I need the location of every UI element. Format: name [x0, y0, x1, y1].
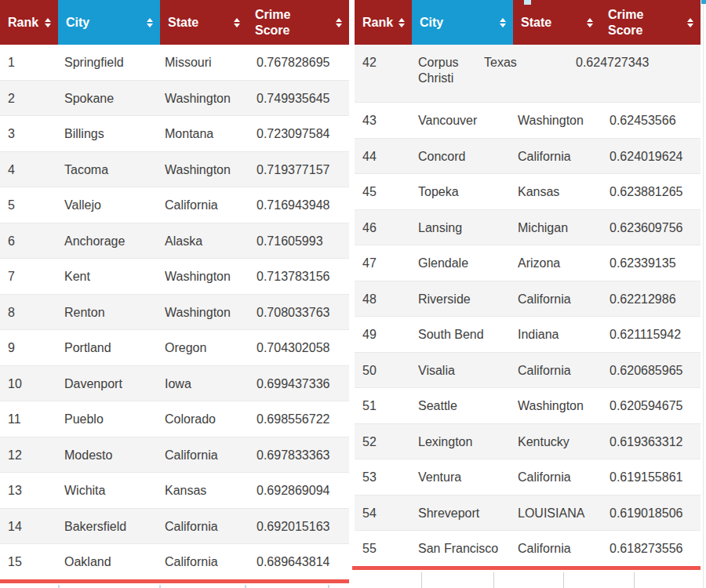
state-cell: Missouri: [160, 45, 247, 80]
right-edge-line: [703, 0, 704, 588]
rank-cell: 11: [0, 401, 58, 437]
column-tick: [328, 585, 329, 588]
red-underline-right: [352, 566, 701, 570]
crime-score-cell: 0.704302058: [247, 330, 349, 365]
state-cell: Washington: [160, 152, 247, 187]
rank-cell: 9: [0, 330, 58, 365]
column-header-crime-score[interactable]: Crime Score: [600, 0, 701, 45]
table-row: 13 Wichita Kansas 0.692869094: [0, 473, 349, 509]
crime-score-cell: 0.692015163: [247, 509, 349, 544]
rank-cell: 7: [0, 259, 58, 294]
rank-cell: 51: [355, 388, 412, 423]
city-cell: Davenport: [58, 366, 160, 401]
crime-score-cell: 0.62212986: [600, 281, 701, 317]
table-row: 10 Davenport Iowa 0.699437336: [0, 366, 349, 402]
table-row: 47 Glendale Arizona 0.62339135: [355, 245, 701, 281]
crime-score-cell: 0.708033763: [247, 295, 349, 330]
rank-cell: 48: [355, 281, 412, 317]
column-header-rank[interactable]: Rank: [355, 0, 412, 45]
crime-score-rankings-page: Rank City State Crime Score 1 Springfiel…: [0, 0, 706, 588]
table-header-left: Rank City State Crime Score: [0, 0, 349, 45]
state-cell: Washington: [160, 81, 247, 116]
city-cell: Kent: [58, 259, 160, 294]
rank-cell: 55: [355, 531, 412, 566]
column-tick: [634, 572, 635, 588]
state-cell: Washington: [513, 388, 600, 423]
city-cell: Concord: [412, 139, 513, 174]
state-cell: Michigan: [513, 210, 600, 245]
table-row: 12 Modesto California 0.697833363: [0, 437, 349, 474]
state-cell: California: [160, 437, 247, 473]
crime-score-cell: 0.620594675: [600, 388, 701, 423]
city-cell: Visalia: [412, 353, 513, 388]
crime-table-right: Rank City State Crime Score 42 Corpus Ch…: [355, 0, 701, 567]
column-header-state[interactable]: State: [513, 0, 600, 45]
rank-cell: 47: [355, 245, 412, 281]
state-cell: California: [513, 281, 600, 317]
column-label-city: City: [420, 15, 443, 31]
table-row: 15 Oakland California 0.689643814: [0, 544, 349, 580]
crime-score-cell: 0.621115942: [600, 317, 701, 352]
rank-cell: 1: [0, 45, 58, 80]
sort-icon: [687, 18, 693, 27]
column-header-city[interactable]: City: [412, 0, 513, 45]
table-row: 50 Visalia California 0.620685965: [355, 353, 701, 389]
table-row: 44 Concord California 0.624019624: [355, 139, 701, 175]
rank-cell: 49: [355, 317, 412, 352]
column-header-city[interactable]: City: [58, 0, 160, 45]
column-tick: [493, 572, 494, 588]
table-row: 14 Bakersfield California 0.692015163: [0, 509, 349, 545]
table-header-right: Rank City State Crime Score: [355, 0, 701, 45]
city-cell: Anchorage: [58, 223, 160, 259]
state-cell: Oregon: [160, 330, 247, 365]
city-cell: Bakersfield: [58, 509, 160, 544]
city-cell: Springfield: [58, 45, 160, 80]
state-cell: California: [513, 531, 600, 566]
table-row: 45 Topeka Kansas 0.623881265: [355, 174, 701, 210]
sort-icon: [45, 18, 51, 27]
city-cell: Renton: [58, 295, 160, 330]
city-cell: Portland: [58, 330, 160, 365]
state-cell: Arizona: [513, 245, 600, 281]
crime-score-cell: 0.619018506: [600, 495, 701, 531]
column-header-state[interactable]: State: [160, 0, 247, 45]
rank-cell: 5: [0, 187, 58, 223]
crime-score-cell: 0.624727343: [566, 45, 667, 102]
rank-cell: 52: [355, 424, 412, 459]
table-row: 52 Lexington Kentucky 0.619363312: [355, 424, 701, 460]
state-cell: Kansas: [513, 174, 600, 209]
crime-score-cell: 0.716943948: [247, 187, 349, 223]
state-cell: California: [160, 509, 247, 544]
column-header-crime-score[interactable]: Crime Score: [247, 0, 349, 45]
crime-score-cell: 0.749935645: [247, 81, 349, 116]
city-cell: Spokane: [58, 81, 160, 116]
rank-cell: 42: [355, 45, 412, 102]
state-cell: California: [513, 139, 600, 174]
table-row: 48 Riverside California 0.62212986: [355, 281, 701, 318]
column-label-state: State: [521, 15, 551, 31]
state-cell: Alaska: [160, 223, 247, 259]
state-cell: Kentucky: [513, 424, 600, 459]
city-cell: Glendale: [412, 245, 513, 281]
rank-cell: 3: [0, 116, 58, 151]
rank-cell: 14: [0, 509, 58, 544]
table-row: 1 Springfield Missouri 0.767828695: [0, 45, 349, 81]
rank-cell: 8: [0, 295, 58, 330]
city-cell: Pueblo: [58, 401, 160, 437]
state-cell: Iowa: [160, 366, 247, 401]
corner-artifact: [701, 0, 706, 4]
table-row: 4 Tacoma Washington 0.719377157: [0, 152, 349, 188]
column-tick: [245, 585, 246, 588]
crime-score-cell: 0.618273556: [600, 531, 701, 566]
crime-score-cell: 0.623881265: [600, 174, 701, 209]
table-row: 5 Vallejo California 0.716943948: [0, 187, 349, 223]
sort-icon: [398, 18, 405, 27]
column-tick: [421, 572, 422, 588]
state-cell: California: [513, 353, 600, 388]
table-row: 7 Kent Washington 0.713783156: [0, 259, 349, 295]
table-row: 8 Renton Washington 0.708033763: [0, 295, 349, 331]
crime-score-cell: 0.62339135: [600, 245, 701, 281]
city-cell: Wichita: [58, 473, 160, 508]
city-cell: South Bend: [412, 317, 513, 352]
column-header-rank[interactable]: Rank: [0, 0, 58, 45]
